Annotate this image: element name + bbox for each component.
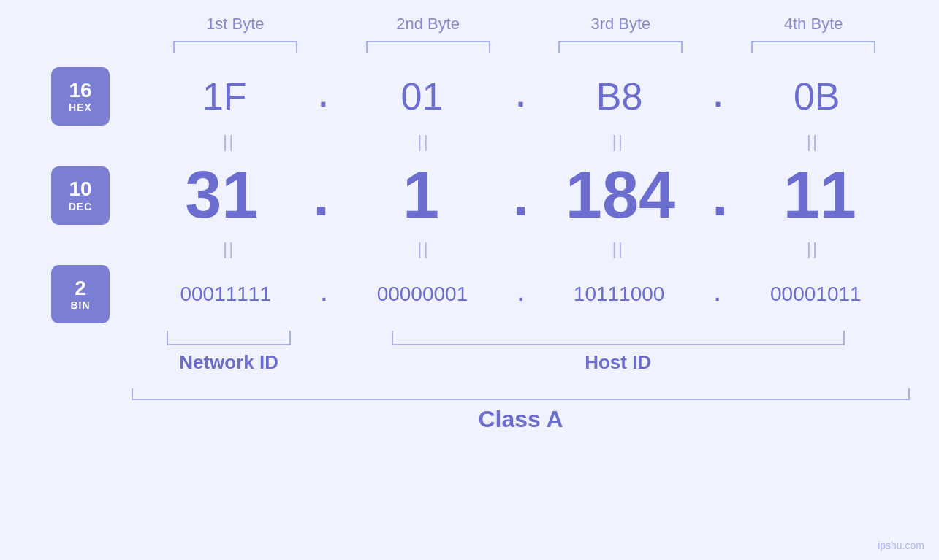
hex-badge: 16 HEX (51, 67, 110, 126)
dec-label-cell: 10 DEC (29, 166, 132, 225)
hex-byte4-value: 0B (794, 74, 840, 118)
host-bracket (392, 331, 845, 345)
bracket-top-2 (366, 41, 490, 53)
hex-byte2-cell: 01 (329, 74, 515, 118)
bracket-cell-1 (139, 41, 332, 53)
hex-row: 16 HEX 1F . 01 . B8 . 0B (29, 67, 910, 126)
dec-badge-number: 10 (69, 178, 91, 201)
dec-byte1-cell: 31 (132, 158, 312, 233)
top-brackets-row (29, 41, 910, 53)
network-id-label-cell: Network ID (132, 351, 326, 374)
hex-byte2-value: 01 (401, 74, 444, 118)
class-bracket (132, 388, 910, 400)
bin-dot-2: . (518, 283, 524, 306)
dec-badge-label: DEC (69, 201, 93, 212)
hex-byte3-cell: B8 (526, 74, 712, 118)
main-container: 1st Byte 2nd Byte 3rd Byte 4th Byte 16 H… (0, 0, 939, 560)
hex-byte4-cell: 0B (724, 74, 911, 118)
hex-dot-3: . (714, 79, 723, 114)
dec-dot-3: . (712, 162, 728, 229)
host-bracket-wrap (326, 331, 910, 345)
section-labels-row: Network ID Host ID (132, 351, 910, 374)
dec-badge: 10 DEC (51, 166, 110, 225)
byte-headers-row: 1st Byte 2nd Byte 3rd Byte 4th Byte (29, 15, 910, 34)
bracket-top-3 (558, 41, 683, 53)
bin-dot-1: . (321, 283, 327, 306)
dec-dot-2: . (512, 162, 528, 229)
bin-badge-label: BIN (70, 299, 90, 311)
equals-2-b1: || (132, 239, 326, 259)
dec-byte4-value: 11 (783, 158, 856, 233)
bin-badge-number: 2 (75, 277, 86, 300)
bin-row: 2 BIN 00011111 . 00000001 . 10111000 . 0… (29, 265, 910, 323)
bin-dot-3: . (715, 283, 721, 306)
bin-byte2-cell: 00000001 (328, 283, 516, 306)
equals-row-1: || || || || (29, 131, 910, 152)
hex-label-cell: 16 HEX (29, 67, 132, 126)
bin-byte1-cell: 00011111 (132, 283, 319, 306)
equals-2-b3: || (521, 239, 715, 259)
equals-2-b2: || (326, 239, 520, 259)
bin-byte4-cell: 00001011 (722, 283, 910, 306)
equals-1-b2: || (326, 131, 520, 152)
bottom-section: Network ID Host ID (29, 331, 910, 374)
bin-label-cell: 2 BIN (29, 265, 132, 323)
hex-byte3-value: B8 (596, 74, 643, 118)
dec-dot-1: . (313, 162, 330, 229)
bin-byte3-value: 10111000 (574, 283, 665, 306)
hex-dot-2: . (517, 79, 525, 114)
watermark: ipshu.com (878, 540, 924, 551)
equals-1-b1: || (132, 131, 326, 152)
bottom-brackets-row (132, 331, 910, 345)
bin-byte4-value: 00001011 (770, 283, 862, 306)
hex-values-row: 1F . 01 . B8 . 0B (132, 74, 910, 118)
bin-badge: 2 BIN (51, 265, 110, 323)
dec-byte3-value: 184 (566, 158, 675, 233)
equals-row-2: || || || || (29, 239, 910, 259)
equals-2-b4: || (715, 239, 910, 259)
dec-byte2-value: 1 (403, 158, 439, 233)
host-id-label-cell: Host ID (326, 351, 910, 374)
bracket-top-1 (173, 41, 297, 53)
bracket-top-4 (751, 41, 875, 53)
dec-byte2-cell: 1 (331, 158, 512, 233)
equals-1-b3: || (521, 131, 715, 152)
hex-dot-1: . (319, 79, 328, 114)
hex-byte1-value: 1F (202, 74, 247, 118)
byte4-header: 4th Byte (717, 15, 910, 34)
dec-byte4-cell: 11 (729, 158, 910, 233)
dec-values-row: 31 . 1 . 184 . 11 (132, 158, 910, 233)
class-section: Class A (29, 388, 910, 433)
class-label: Class A (132, 406, 910, 433)
bin-byte1-value: 00011111 (180, 283, 271, 306)
hex-badge-label: HEX (69, 101, 92, 113)
hex-badge-number: 16 (69, 80, 91, 102)
dec-byte1-value: 31 (185, 158, 258, 233)
bin-byte2-value: 00000001 (377, 283, 468, 306)
network-id-label: Network ID (179, 351, 278, 373)
bin-values-row: 00011111 . 00000001 . 10111000 . 0000101… (132, 283, 910, 306)
dec-row: 10 DEC 31 . 1 . 184 . 11 (29, 158, 910, 233)
hex-byte1-cell: 1F (132, 74, 318, 118)
host-id-label: Host ID (585, 351, 651, 373)
network-bracket-wrap (132, 331, 326, 345)
bin-byte3-cell: 10111000 (525, 283, 712, 306)
bracket-cell-3 (525, 41, 718, 53)
dec-byte3-cell: 184 (531, 158, 711, 233)
bracket-cell-2 (332, 41, 525, 53)
byte1-header: 1st Byte (139, 15, 332, 34)
byte2-header: 2nd Byte (332, 15, 525, 34)
network-bracket (167, 331, 291, 345)
bracket-cell-4 (717, 41, 910, 53)
byte3-header: 3rd Byte (525, 15, 718, 34)
equals-1-b4: || (715, 131, 910, 152)
